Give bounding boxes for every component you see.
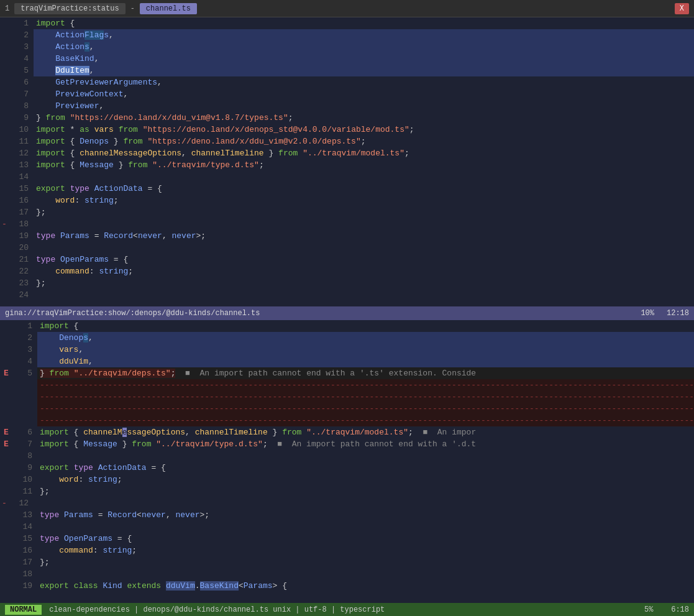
top-statusline: gina://traqVimPractice:show/:denops/@ddu… [0,306,694,320]
code-line: 22 command: string; [0,265,694,277]
code-line: 19 export class Kind extends dduVim.Base… [0,580,694,592]
tab-2-label[interactable]: channel.ts [140,3,197,14]
top-position: 12:18 [667,309,689,318]
code-line: 18 [0,568,694,580]
top-percent: 10% [641,309,654,318]
code-line: 4 dduVim, [0,356,694,367]
top-status-right: 10% 12:18 [641,309,689,318]
tab-separator: - [130,4,135,13]
tab-1-label[interactable]: traqVimPractice:status [14,3,125,14]
code-line: - 18 [0,218,694,230]
code-line: 16 word: string; [0,195,694,206]
code-line: 23 }; [0,277,694,289]
close-button[interactable]: X [675,3,689,14]
dashed-line: ----------------------------------------… [0,403,694,415]
code-line-error: E 7 import { Message } from "../traqvim/… [0,438,694,450]
code-line: 9 } from "https://deno.land/x/ddu_vim@v1… [0,112,694,124]
vim-mode: NORMAL [5,605,42,615]
top-code-view: 1 import { 2 ActionFlags, 3 Actions, 4 B… [0,17,694,306]
modeline: NORMAL clean-dependencies | denops/@ddu-… [0,603,694,616]
code-line: 7 PreviewContext, [0,88,694,100]
code-line: 14 [0,521,694,533]
code-line-error: E 5 } from "../traqvim/deps.ts"; ■ An im… [0,367,694,379]
tab-bar: 1 traqVimPractice:status - channel.ts X [0,0,694,17]
code-line: 10 word: string; [0,474,694,485]
dashed-line: ----------------------------------------… [0,415,694,426]
code-line: 15 type OpenParams = { [0,533,694,545]
code-line: 11 }; [0,485,694,497]
code-line: 10 import * as vars from "https://deno.l… [0,124,694,136]
code-line: 17 }; [0,206,694,218]
code-line: 12 import { channelMessageOptions, chann… [0,147,694,159]
code-line: 15 export type ActionData = { [0,183,694,195]
modeline-info: clean-dependencies | denops/@ddu-kinds/c… [49,605,644,614]
top-file-path: gina://traqVimPractice:show/:denops/@ddu… [5,309,641,318]
code-line: 17 }; [0,556,694,568]
code-line: 4 BaseKind, [0,53,694,65]
code-line: 2 Denops, [0,332,694,344]
code-line: - 12 [0,497,694,509]
bottom-code-view: 1 import { 2 Denops, 3 vars, 4 dduVim, [0,320,694,603]
code-line: 9 export type ActionData = { [0,462,694,474]
tab-number-1: 1 [5,4,9,13]
code-line: 1 import { [0,17,694,29]
code-line: 5 DduItem, [0,65,694,76]
code-line: 11 import { Denops } from "https://deno.… [0,136,694,147]
vim-editor: 1 traqVimPractice:status - channel.ts X … [0,0,694,616]
code-line: 6 GetPreviewerArguments, [0,76,694,88]
dashed-line: ----------------------------------------… [0,379,694,391]
code-line: 1 import { [0,320,694,332]
code-line: 13 import { Message } from "../traqvim/t… [0,159,694,171]
code-line: 16 command: string; [0,545,694,556]
code-line: 3 Actions, [0,41,694,53]
code-line: 3 vars, [0,344,694,356]
modeline-percent: 5% [644,605,653,614]
code-line: 24 [0,289,694,301]
code-line: 8 [0,450,694,462]
code-line: 19 type Params = Record<never, never>; [0,230,694,242]
code-line: 21 type OpenParams = { [0,254,694,265]
code-line: 8 Previewer, [0,100,694,112]
modeline-position: 6:18 [671,605,689,614]
bottom-pane: 1 import { 2 Denops, 3 vars, 4 dduVim, [0,320,694,603]
modeline-right: 5% 6:18 [644,605,689,614]
code-line: 13 type Params = Record<never, never>; [0,509,694,521]
code-line: 2 ActionFlags, [0,29,694,41]
code-line-error: E 6 import { channelMessageOptions, chan… [0,426,694,438]
dashed-line: ----------------------------------------… [0,391,694,403]
code-line: 14 [0,171,694,183]
top-pane: 1 import { 2 ActionFlags, 3 Actions, 4 B… [0,17,694,306]
code-line: 20 [0,242,694,254]
